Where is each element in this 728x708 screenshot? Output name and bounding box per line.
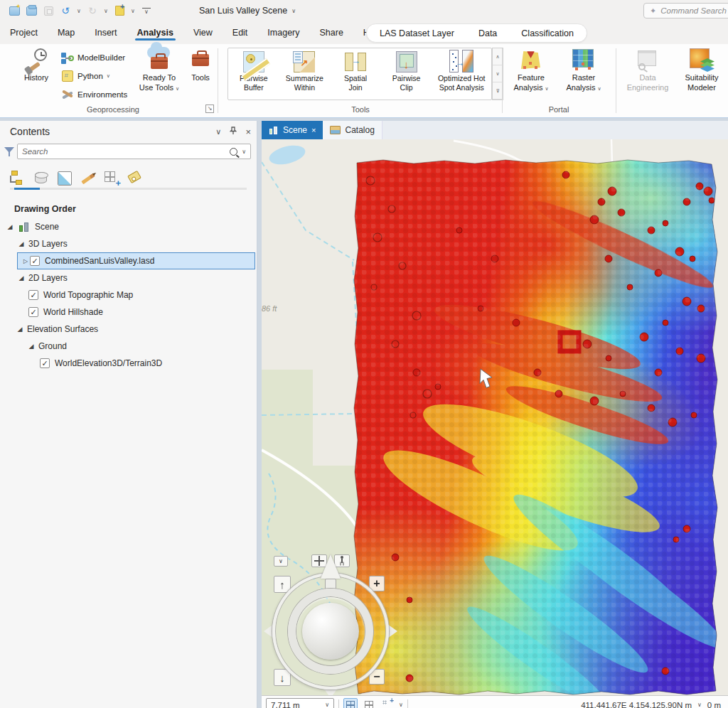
- pane-pin-icon[interactable]: [230, 127, 237, 136]
- new-project-icon[interactable]: [7, 4, 21, 18]
- command-search[interactable]: ✦ Command Search (Alt+C: [643, 3, 728, 18]
- feature-analysis-button[interactable]: FeatureAnalysis ∨: [508, 48, 555, 93]
- filter-icon[interactable]: [4, 146, 14, 156]
- group-tools: PairwiseBuffer ↗ SummarizeWithin → Spati…: [222, 44, 499, 115]
- tree-item-world-topographic-map[interactable]: ✓ World Topographic Map: [0, 286, 257, 304]
- spatial-join-button[interactable]: → SpatialJoin: [330, 48, 381, 100]
- expander-icon[interactable]: ◢: [27, 343, 36, 350]
- tree-item-terrain3d[interactable]: ✓ WorldElevation3D/Terrain3D: [0, 355, 257, 372]
- history-icon: [25, 48, 48, 71]
- tree-item-lasd[interactable]: ▷ ✓ CombinedSanLuisValley.lasd: [0, 252, 257, 269]
- history-button[interactable]: History: [16, 48, 57, 83]
- tab-insert[interactable]: Insert: [88, 23, 123, 42]
- contents-tab-underline: [10, 188, 247, 190]
- python-button[interactable]: Python ∨: [61, 70, 110, 82]
- contents-search-input[interactable]: [22, 147, 225, 156]
- gallery-scroll-down-icon[interactable]: ∨: [493, 65, 503, 82]
- gallery-scroll-up-icon[interactable]: ∧: [493, 48, 503, 65]
- environments-icon: [61, 88, 74, 101]
- expander-icon[interactable]: ◢: [6, 223, 14, 230]
- tree-item-2d-layers[interactable]: ◢ 2D Layers: [0, 269, 257, 286]
- coords-dropdown-icon[interactable]: ∨: [697, 702, 702, 708]
- hillshade-checkbox[interactable]: ✓: [28, 307, 38, 317]
- topo-checkbox[interactable]: ✓: [28, 290, 38, 300]
- expander-icon[interactable]: ◢: [17, 274, 26, 281]
- expander-icon[interactable]: ◢: [16, 326, 24, 333]
- tree-item-scene[interactable]: ◢ Scene: [0, 218, 257, 235]
- list-by-data-source-icon[interactable]: [33, 171, 49, 186]
- pane-menu-chevron-icon[interactable]: ∨: [215, 127, 221, 136]
- tools-button[interactable]: Tools: [185, 48, 216, 83]
- optimized-hot-spot-button[interactable]: → Optimized HotSpot Analysis: [432, 48, 491, 100]
- lasd-checkbox[interactable]: ✓: [30, 256, 40, 266]
- geoprocessing-launcher-icon[interactable]: ↘: [205, 104, 214, 113]
- tab-project[interactable]: Project: [4, 23, 44, 42]
- group-portal: FeatureAnalysis ∨ RasterAnalysis ∨ Porta…: [505, 44, 613, 115]
- elevation-selector[interactable]: 7,711 m ∨: [266, 698, 334, 708]
- north-arrow-icon[interactable]: [321, 554, 341, 579]
- tab-map[interactable]: Map: [51, 23, 81, 42]
- tree-item-world-hillshade[interactable]: ✓ World Hillshade: [0, 304, 257, 321]
- project-title[interactable]: San Luis Valley Scene ∨: [199, 6, 296, 16]
- map-grid-toggle-icon[interactable]: [362, 698, 376, 708]
- contents-search-box[interactable]: ∨: [17, 144, 251, 159]
- navigator-collapse-icon[interactable]: ∨: [274, 556, 288, 567]
- summarize-within-button[interactable]: ↗ SummarizeWithin: [279, 48, 331, 100]
- z-value-text: 0 m: [707, 701, 721, 708]
- environments-button[interactable]: Environments: [61, 88, 127, 101]
- customize-quick-access-icon[interactable]: ∨: [139, 4, 154, 18]
- navigator-sphere[interactable]: [302, 603, 359, 660]
- contents-view-tabs: +: [0, 161, 257, 186]
- list-by-labeling-icon[interactable]: [127, 171, 143, 186]
- tab-view[interactable]: View: [187, 23, 219, 42]
- list-by-snapping-icon[interactable]: +: [104, 171, 119, 186]
- undo-dropdown-icon[interactable]: ∨: [75, 8, 82, 14]
- tab-las-dataset-layer[interactable]: LAS Dataset Layer: [380, 28, 454, 38]
- layout-grid-toggle-icon[interactable]: [343, 698, 358, 708]
- navigator-wheel[interactable]: [272, 573, 389, 690]
- view-tab-catalog[interactable]: Catalog: [323, 121, 382, 139]
- contents-pane: Contents ∨ × ∨ + D: [0, 121, 257, 708]
- command-search-placeholder: Command Search (Alt+C: [660, 6, 728, 15]
- expander-icon[interactable]: ▷: [21, 258, 30, 264]
- tab-classification[interactable]: Classification: [521, 28, 574, 38]
- tab-edit[interactable]: Edit: [226, 23, 255, 42]
- suitability-modeler-button[interactable]: SuitabilityModeler: [678, 48, 725, 93]
- tab-analysis[interactable]: Analysis: [131, 23, 180, 42]
- scene-map-canvas[interactable]: 86 ft ∨ ↑ + ↓ −: [262, 139, 728, 695]
- tab-imagery[interactable]: Imagery: [261, 23, 306, 42]
- modelbuilder-button[interactable]: ModelBuilder: [61, 51, 125, 64]
- tree-item-3d-layers[interactable]: ◢ 3D Layers: [0, 235, 257, 252]
- summarize-within-icon: ↗: [294, 51, 315, 73]
- terrain-checkbox[interactable]: ✓: [40, 358, 50, 368]
- view-tab-scene[interactable]: Scene ×: [262, 121, 323, 139]
- tree-item-elevation-surfaces[interactable]: ◢ Elevation Surfaces: [0, 321, 257, 338]
- add-favorite-icon[interactable]: [112, 4, 127, 18]
- snapping-toggle-icon[interactable]: [380, 698, 395, 708]
- tab-data[interactable]: Data: [478, 28, 497, 38]
- coordinates-text: 411,441.67E 4,154,125.90N m: [581, 701, 692, 708]
- list-by-editing-icon[interactable]: [80, 171, 96, 186]
- list-by-drawing-order-icon[interactable]: [10, 171, 26, 186]
- search-dropdown-icon[interactable]: ∨: [242, 149, 246, 155]
- ready-to-use-tools-button[interactable]: Ready ToUse Tools ∨: [136, 48, 182, 93]
- toolbox-icon: [189, 48, 212, 71]
- expander-icon[interactable]: ◢: [17, 240, 26, 247]
- close-scene-tab-icon[interactable]: ×: [311, 126, 316, 134]
- pairwise-clip-button[interactable]: ↓ PairwiseClip: [381, 48, 432, 100]
- pairwise-buffer-button[interactable]: PairwiseBuffer: [228, 48, 279, 100]
- undo-icon[interactable]: ↺: [58, 4, 73, 18]
- tab-share[interactable]: Share: [314, 23, 350, 42]
- open-project-icon[interactable]: [24, 4, 38, 18]
- list-by-selection-icon[interactable]: [57, 171, 73, 186]
- gallery-expand-icon[interactable]: ⊽: [493, 82, 503, 100]
- coordinate-readout[interactable]: 411,441.67E 4,154,125.90N m ∨ 0 m: [581, 701, 724, 708]
- tree-item-ground[interactable]: ◢ Ground: [0, 338, 257, 355]
- redo-dropdown-icon[interactable]: ∨: [102, 8, 109, 14]
- pane-close-icon[interactable]: ×: [245, 127, 251, 137]
- add-favorite-dropdown-icon[interactable]: ∨: [129, 8, 136, 14]
- raster-analysis-button[interactable]: RasterAnalysis ∨: [560, 48, 607, 93]
- modelbuilder-icon: [61, 51, 74, 64]
- python-icon: [61, 70, 74, 82]
- snapping-dropdown-icon[interactable]: ∨: [399, 702, 403, 708]
